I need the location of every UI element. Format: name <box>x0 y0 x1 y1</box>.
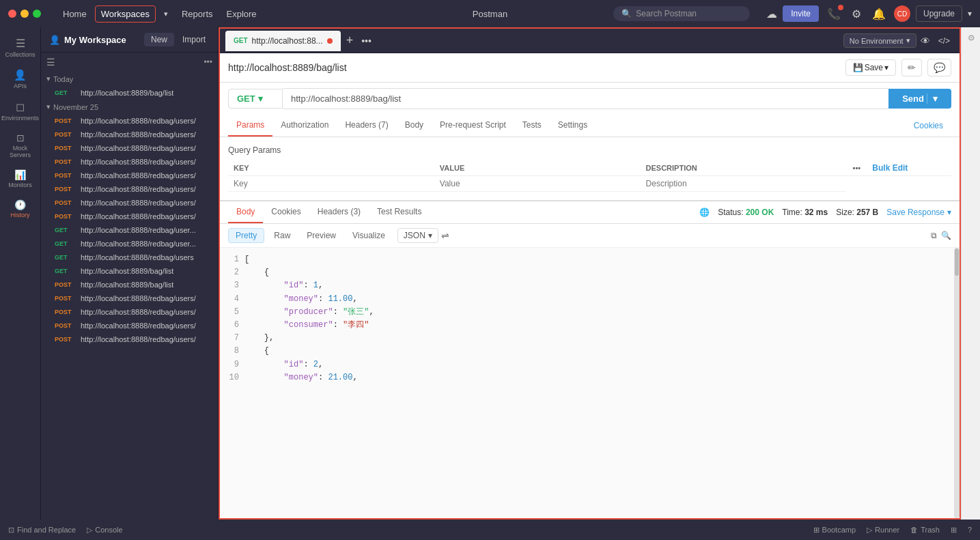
sidebar-item-monitors[interactable]: 📊 Monitors <box>3 165 38 193</box>
sync-icon[interactable]: ☁ <box>766 8 777 20</box>
console-button[interactable]: ▷ Console <box>87 526 122 535</box>
response-tab-headers[interactable]: Headers (3) <box>309 201 369 223</box>
environment-select[interactable]: No Environment ▾ <box>843 33 916 48</box>
method-select[interactable]: GET ▾ <box>228 89 283 109</box>
save-button[interactable]: 💾 Save ▾ <box>845 59 896 76</box>
response-tab-cookies[interactable]: Cookies <box>263 201 309 223</box>
history-search-input[interactable] <box>58 57 201 67</box>
response-tab-body[interactable]: Body <box>228 201 263 223</box>
value-input[interactable] <box>440 179 635 188</box>
list-item[interactable]: POSThttp://localhost:8888/redbag/users/ <box>41 182 218 196</box>
tab-body[interactable]: Body <box>397 115 432 137</box>
workspaces-chevron-icon[interactable]: ▾ <box>158 7 173 21</box>
tab-tests[interactable]: Tests <box>514 115 550 137</box>
format-raw-button[interactable]: Raw <box>267 229 297 242</box>
send-arrow-icon[interactable]: ▾ <box>927 94 938 104</box>
help-icon[interactable]: ? <box>968 526 972 534</box>
today-label: Today <box>53 75 73 83</box>
list-item[interactable]: GEThttp://localhost:8888/redbag/users <box>41 251 218 264</box>
list-item[interactable]: GET http://localhost:8889/bag/list <box>41 86 218 100</box>
sidebar-item-history[interactable]: 🕐 History <box>3 195 38 223</box>
tab-settings[interactable]: Settings <box>550 115 596 137</box>
list-item[interactable]: POSThttp://localhost:8888/redbag/users/ <box>41 332 218 346</box>
list-item[interactable]: POSThttp://localhost:8888/redbag/users/ <box>41 210 218 223</box>
search-response-icon[interactable]: 🔍 <box>941 231 951 240</box>
list-item[interactable]: POSThttp://localhost:8888/redbag/users/ <box>41 114 218 128</box>
bulk-edit-cell[interactable]: Bulk Edit <box>867 160 951 176</box>
format-preview-button[interactable]: Preview <box>300 229 343 242</box>
list-item[interactable]: POSThttp://localhost:8888/redbag/users/ <box>41 319 218 332</box>
edit-icon[interactable]: ✏ <box>901 59 922 76</box>
nav-home[interactable]: Home <box>57 6 92 22</box>
wrap-icon[interactable]: ⇌ <box>441 230 449 241</box>
list-item[interactable]: POSThttp://localhost:8888/redbag/users/ <box>41 196 218 210</box>
sidebar-item-collections[interactable]: ☰ Collections <box>3 33 38 62</box>
list-item[interactable]: POSThttp://localhost:8888/redbag/users/ <box>41 169 218 182</box>
list-item[interactable]: POSThttp://localhost:8889/bag/list <box>41 278 218 292</box>
trash-button[interactable]: 🗑 Trash <box>910 526 940 534</box>
nav-workspaces[interactable]: Workspaces <box>95 5 156 23</box>
more-tabs-icon[interactable]: ••• <box>359 35 374 46</box>
import-button[interactable]: Import <box>178 33 210 46</box>
find-replace-button[interactable]: ⊡ Find and Replace <box>8 526 76 535</box>
list-item[interactable]: POSThttp://localhost:8888/redbag/users/ <box>41 305 218 319</box>
list-item[interactable]: POSThttp://localhost:8888/redbag/users/ <box>41 128 218 141</box>
sidebar-item-mock-servers[interactable]: ⊡ Mock Servers <box>3 128 38 162</box>
tab-url: http://localhost:88... <box>252 36 323 46</box>
list-item[interactable]: POSThttp://localhost:8888/redbag/users/ <box>41 141 218 155</box>
invite-button[interactable]: Invite <box>783 5 819 22</box>
today-header[interactable]: ▾ Today <box>41 72 218 86</box>
avatar[interactable]: CD <box>894 5 910 22</box>
format-pretty-button[interactable]: Pretty <box>228 228 264 243</box>
description-input[interactable] <box>646 179 841 188</box>
list-item[interactable]: GEThttp://localhost:8888/redbag/user... <box>41 223 218 237</box>
close-button[interactable] <box>8 10 16 18</box>
send-button[interactable]: Send ▾ <box>888 89 951 109</box>
settings-icon[interactable]: ⚙ <box>849 5 864 23</box>
tab-headers[interactable]: Headers (7) <box>337 115 396 137</box>
sidebar-item-environments[interactable]: ◻ Environments <box>3 96 38 126</box>
active-request-tab[interactable]: GET http://localhost:88... <box>225 31 341 51</box>
th-more[interactable]: ••• <box>846 160 867 176</box>
upgrade-button[interactable]: Upgrade <box>916 5 962 22</box>
list-item[interactable]: GEThttp://localhost:8888/redbag/user... <box>41 237 218 251</box>
comment-icon[interactable]: 💬 <box>927 59 951 76</box>
format-visualize-button[interactable]: Visualize <box>346 229 392 242</box>
filter-icon[interactable]: ☰ <box>46 57 55 68</box>
search-bar[interactable]: 🔍 Search Postman <box>613 6 750 21</box>
runner-button[interactable]: ▷ Runner <box>867 526 899 535</box>
json-type-select[interactable]: JSON ▾ <box>397 228 438 243</box>
nav-explore[interactable]: Explore <box>221 6 262 22</box>
add-tab-button[interactable]: + <box>341 33 359 48</box>
call-icon[interactable]: 📞 <box>824 5 843 23</box>
more-icon[interactable]: ••• <box>204 57 212 67</box>
new-button[interactable]: New <box>144 33 174 46</box>
tab-prerequest[interactable]: Pre-request Script <box>432 115 514 137</box>
key-input[interactable] <box>234 179 429 188</box>
response-tab-test-results[interactable]: Test Results <box>369 201 430 223</box>
list-item[interactable]: GEThttp://localhost:8889/bag/list <box>41 264 218 278</box>
env-eye-icon[interactable]: 👁 <box>916 35 934 46</box>
code-toggle-icon[interactable]: </> <box>934 36 954 46</box>
grid-icon[interactable]: ⊞ <box>951 526 957 535</box>
right-panel-icon[interactable]: ⚙ <box>966 34 976 42</box>
list-item[interactable]: POSThttp://localhost:8888/redbag/users/ <box>41 292 218 305</box>
cookies-link[interactable]: Cookies <box>906 115 951 136</box>
bootcamp-button[interactable]: ⊞ Bootcamp <box>813 526 856 535</box>
copy-icon[interactable]: ⧉ <box>931 231 937 240</box>
bell-icon[interactable]: 🔔 <box>869 5 888 23</box>
save-response-label: Save Response <box>886 208 944 217</box>
upgrade-chevron-icon[interactable]: ▾ <box>968 9 972 18</box>
tab-params[interactable]: Params <box>228 115 272 137</box>
tab-authorization[interactable]: Authorization <box>272 115 337 137</box>
url-input[interactable]: http://localhost:8889/bag/list <box>283 88 888 109</box>
nav-reports[interactable]: Reports <box>176 6 219 22</box>
nov25-header[interactable]: ▾ November 25 <box>41 100 218 114</box>
sidebar-item-apis[interactable]: 👤 APIs <box>3 65 38 94</box>
scrollbar[interactable] <box>954 248 960 518</box>
list-item[interactable]: POSThttp://localhost:8888/redbag/users/ <box>41 155 218 169</box>
minimize-button[interactable] <box>20 10 29 18</box>
save-response-button[interactable]: Save Response ▾ <box>886 208 951 217</box>
maximize-button[interactable] <box>33 10 41 18</box>
scrollbar-thumb[interactable] <box>955 248 959 276</box>
